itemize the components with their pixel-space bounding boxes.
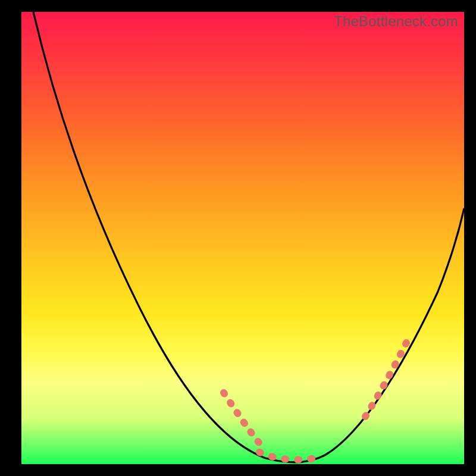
bottleneck-curve [21, 12, 464, 464]
highlight-right [365, 339, 408, 416]
highlight-bottom [259, 452, 322, 460]
chart-area: TheBottleneck.com [21, 12, 464, 464]
curve-path [33, 12, 464, 462]
